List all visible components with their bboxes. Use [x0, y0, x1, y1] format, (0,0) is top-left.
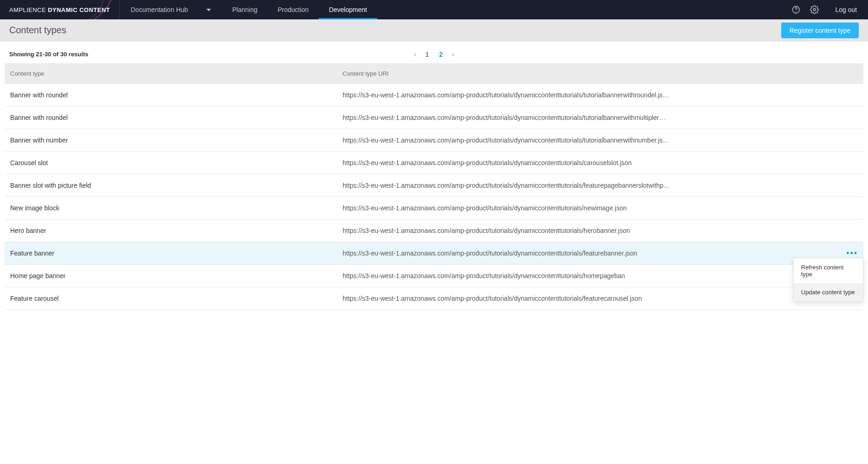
row-uri: https://s3-eu-west-1.amazonaws.com/amp-p…: [343, 182, 839, 189]
table-row[interactable]: Feature bannerhttps://s3-eu-west-1.amazo…: [5, 242, 863, 265]
row-name: Banner with number: [10, 137, 343, 144]
nav-tab-development[interactable]: Development: [319, 0, 377, 19]
table-row[interactable]: New image blockhttps://s3-eu-west-1.amaz…: [5, 197, 863, 220]
table-row[interactable]: Banner with numberhttps://s3-eu-west-1.a…: [5, 129, 863, 152]
top-bar: AMPLIENCE DYNAMIC CONTENT Documentation …: [0, 0, 868, 19]
nav-tab-label: Production: [278, 6, 309, 13]
table-row[interactable]: Banner with roundelhttps://s3-eu-west-1.…: [5, 84, 863, 107]
svg-point-1: [796, 12, 796, 12]
pager-next-icon[interactable]: ›: [452, 50, 454, 59]
row-uri: https://s3-eu-west-1.amazonaws.com/amp-p…: [343, 137, 839, 144]
row-uri: https://s3-eu-west-1.amazonaws.com/amp-p…: [343, 159, 839, 167]
results-count: Showing 21-30 of 30 results: [9, 51, 88, 58]
nav-tabs: PlanningProductionDevelopment: [222, 0, 377, 19]
row-name: Banner with roundel: [10, 91, 343, 99]
row-uri: https://s3-eu-west-1.amazonaws.com/amp-p…: [343, 91, 839, 99]
row-name: Feature carousel: [10, 295, 343, 302]
table-header-name: Content type: [10, 70, 343, 77]
row-name: Home page banner: [10, 272, 343, 280]
table-row[interactable]: Banner slot with picture fieldhttps://s3…: [5, 174, 863, 197]
table-header-row: Content type Content type URI: [5, 63, 863, 84]
table-row[interactable]: Carousel slothttps://s3-eu-west-1.amazon…: [5, 152, 863, 174]
help-icon[interactable]: [791, 5, 801, 15]
row-name: Banner with roundel: [10, 114, 343, 121]
row-uri: https://s3-eu-west-1.amazonaws.com/amp-p…: [343, 295, 839, 302]
nav-tab-planning[interactable]: Planning: [222, 0, 268, 19]
row-uri: https://s3-eu-west-1.amazonaws.com/amp-p…: [343, 114, 839, 121]
gear-icon[interactable]: [809, 5, 820, 15]
hub-selector-label: Documentation Hub: [131, 6, 188, 13]
row-context-menu: Refresh content typeUpdate content type: [793, 258, 863, 302]
row-name: Banner slot with picture field: [10, 182, 343, 189]
list-meta: Showing 21-30 of 30 results ‹ 12 ›: [5, 44, 863, 63]
caret-down-icon: [206, 9, 211, 11]
row-name: New image block: [10, 204, 343, 212]
logout-link[interactable]: Log out: [828, 6, 857, 13]
page-title: Content types: [9, 25, 66, 36]
row-name: Carousel slot: [10, 159, 343, 167]
content-area: Showing 21-30 of 30 results ‹ 12 › Conte…: [0, 42, 868, 313]
table-header-actions: [839, 70, 858, 77]
table-header-uri: Content type URI: [343, 70, 839, 77]
row-actions: •••: [839, 249, 858, 257]
sub-header: Content types Register content type: [0, 19, 868, 42]
svg-point-2: [814, 9, 816, 11]
context-menu-item-refresh-content-type[interactable]: Refresh content type: [794, 258, 863, 283]
topbar-right: Log out: [791, 5, 868, 15]
context-menu-item-update-content-type[interactable]: Update content type: [794, 283, 863, 301]
brand-logo[interactable]: AMPLIENCE DYNAMIC CONTENT: [0, 0, 120, 19]
row-uri: https://s3-eu-west-1.amazonaws.com/amp-p…: [343, 272, 839, 280]
register-content-type-button[interactable]: Register content type: [781, 23, 859, 38]
nav-tab-label: Development: [329, 6, 367, 13]
table-row[interactable]: Hero bannerhttps://s3-eu-west-1.amazonaw…: [5, 220, 863, 242]
table-row[interactable]: Feature carouselhttps://s3-eu-west-1.ama…: [5, 287, 863, 310]
table-row[interactable]: Banner with roundelhttps://s3-eu-west-1.…: [5, 107, 863, 129]
nav-tab-production[interactable]: Production: [268, 0, 319, 19]
content-types-table: Content type Content type URI Banner wit…: [5, 63, 863, 310]
row-uri: https://s3-eu-west-1.amazonaws.com/amp-p…: [343, 250, 839, 257]
pager-page-2[interactable]: 2: [437, 51, 445, 58]
hub-selector[interactable]: Documentation Hub: [120, 0, 222, 19]
more-actions-icon[interactable]: •••: [846, 249, 858, 257]
row-name: Feature banner: [10, 250, 343, 257]
row-name: Hero banner: [10, 227, 343, 234]
pager-prev-icon[interactable]: ‹: [414, 50, 416, 59]
pager: ‹ 12 ›: [414, 50, 454, 59]
brand-bold: DYNAMIC CONTENT: [48, 6, 110, 13]
table-row[interactable]: Home page bannerhttps://s3-eu-west-1.ama…: [5, 265, 863, 287]
nav-tab-label: Planning: [232, 6, 258, 13]
pager-page-1[interactable]: 1: [423, 51, 431, 58]
row-uri: https://s3-eu-west-1.amazonaws.com/amp-p…: [343, 204, 839, 212]
brand-light: AMPLIENCE: [9, 6, 46, 13]
row-uri: https://s3-eu-west-1.amazonaws.com/amp-p…: [343, 227, 839, 234]
